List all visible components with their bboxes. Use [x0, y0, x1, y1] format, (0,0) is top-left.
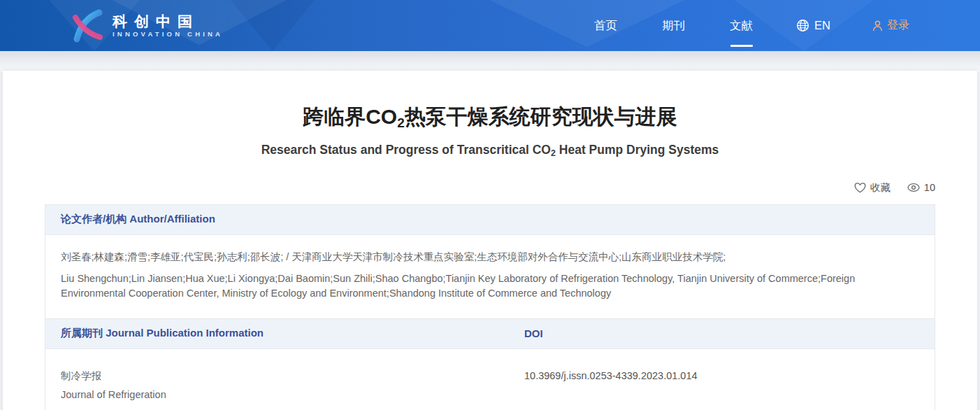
title-zh-subscript: 2 [397, 115, 405, 130]
title-zh-text: 热泵干燥系统研究现状与进展 [405, 105, 677, 128]
title-en-subscript: 2 [551, 148, 556, 158]
brand-text: 科创中国 INNOVATION CHINA [113, 14, 223, 38]
article-detail-card: 跨临界CO2热泵干燥系统研究现状与进展 Research Status and … [3, 71, 977, 410]
authors-zh: 刘圣春;林建森;滑雪;李雄亚;代宝民;孙志利;邵长波; / 天津商业大学天津市制… [61, 249, 919, 265]
doi-value: 10.3969/j.issn.0253-4339.2023.01.014 [524, 368, 919, 383]
journal-section-header: 所属期刊 Journal Publication Information DOI [45, 319, 935, 349]
site-header: 科创中国 INNOVATION CHINA 首页 期刊 文献 EN [0, 0, 980, 51]
login-button[interactable]: 登录 [872, 18, 909, 33]
author-section-header: 论文作者/机构 Author/Affiliation [45, 205, 935, 235]
journal-name-en: Journal of Refrigeration [61, 387, 493, 402]
main-nav: 首页 期刊 文献 EN 登录 [593, 14, 909, 38]
journal-name-zh: 制冷学报 [61, 368, 493, 383]
globe-icon [796, 19, 809, 32]
authors-en: Liu Shengchun;Lin Jiansen;Hua Xue;Li Xio… [61, 271, 919, 302]
favorite-button[interactable]: 收藏 [854, 181, 891, 195]
doi-cell: 10.3969/j.issn.0253-4339.2023.01.014 [509, 349, 935, 410]
view-count: 10 [907, 182, 935, 193]
author-row: 刘圣春;林建森;滑雪;李雄亚;代宝民;孙志利;邵长波; / 天津商业大学天津市制… [45, 235, 935, 319]
journal-row: 制冷学报 Journal of Refrigeration 10.3969/j.… [45, 349, 935, 410]
header-shadow-strip [0, 51, 980, 72]
article-title-zh: 跨临界CO2热泵干燥系统研究现状与进展 [45, 103, 935, 132]
title-en-text: Heat Pump Drying Systems [556, 143, 719, 157]
language-switcher[interactable]: EN [796, 19, 830, 32]
brand-name-zh: 科创中国 [113, 14, 223, 29]
nav-item-journals[interactable]: 期刊 [661, 14, 686, 38]
person-icon [872, 20, 883, 31]
title-zh-text: 跨临界CO [303, 105, 397, 128]
language-label: EN [814, 19, 830, 32]
nav-item-home[interactable]: 首页 [593, 14, 619, 38]
title-en-text: Research Status and Progress of Transcri… [261, 143, 551, 157]
eye-icon [907, 183, 920, 192]
nav-item-literature[interactable]: 文献 [728, 14, 754, 38]
view-count-value: 10 [924, 182, 935, 193]
brand-name-en: INNOVATION CHINA [113, 31, 223, 38]
login-label: 登录 [887, 18, 909, 33]
header-container: 科创中国 INNOVATION CHINA 首页 期刊 文献 EN [71, 0, 909, 51]
journal-cell: 制冷学报 Journal of Refrigeration [45, 349, 509, 410]
doi-section-heading: DOI [509, 319, 935, 348]
author-section-heading: 论文作者/机构 Author/Affiliation [61, 213, 215, 226]
article-title-en: Research Status and Progress of Transcri… [45, 142, 935, 159]
innovation-china-logo-icon [71, 9, 104, 43]
article-actions: 收藏 10 [45, 181, 935, 195]
favorite-label: 收藏 [870, 181, 891, 195]
heart-outline-icon [854, 183, 866, 193]
journal-section-heading: 所属期刊 Journal Publication Information [45, 319, 509, 348]
brand-logo[interactable]: 科创中国 INNOVATION CHINA [71, 9, 223, 43]
article-info-table: 论文作者/机构 Author/Affiliation 刘圣春;林建森;滑雪;李雄… [45, 204, 935, 410]
